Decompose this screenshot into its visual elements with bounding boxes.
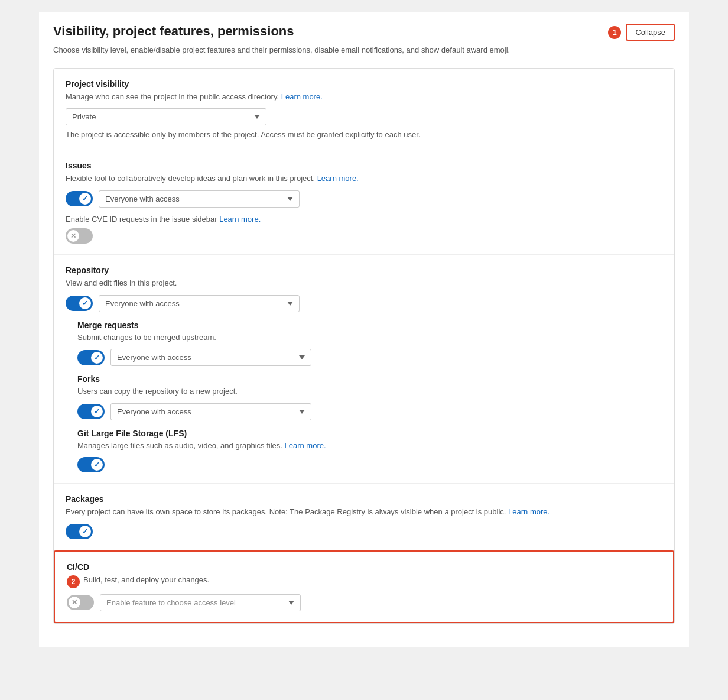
collapse-btn-wrapper: 1 Collapse [608, 24, 675, 41]
repository-dropdown[interactable]: Everyone with access [99, 295, 300, 312]
git-lfs-subsection: Git Large File Storage (LFS) Manages lar… [77, 429, 662, 473]
cve-toggle[interactable]: ✕ [66, 228, 93, 244]
merge-requests-toggle-thumb: ✓ [91, 352, 103, 364]
merge-requests-toggle-row: ✓ Everyone with access [77, 349, 662, 366]
repository-toggle-row: ✓ Everyone with access [66, 295, 662, 312]
cicd-toggle[interactable]: ✕ [67, 595, 94, 610]
git-lfs-toggle-track[interactable]: ✓ [77, 457, 105, 472]
git-lfs-description: Manages large files such as audio, video… [77, 440, 662, 452]
merge-requests-toggle[interactable]: ✓ [77, 350, 105, 365]
cicd-toggle-icon: ✕ [72, 598, 77, 607]
packages-section: Packages Every project can have its own … [54, 484, 674, 550]
merge-requests-dropdown[interactable]: Everyone with access [110, 349, 311, 366]
cve-toggle-track[interactable]: ✕ [66, 228, 93, 244]
settings-card: Project visibility Manage who can see th… [53, 68, 675, 624]
repository-title: Repository [66, 265, 662, 275]
forks-toggle-track[interactable]: ✓ [77, 404, 105, 419]
visibility-dropdown[interactable]: Private Internal Public [66, 108, 266, 125]
cicd-toggle-track[interactable]: ✕ [67, 595, 94, 610]
visibility-note: The project is accessible only by member… [66, 130, 662, 139]
badge-1: 1 [608, 26, 621, 39]
repository-toggle[interactable]: ✓ [66, 296, 93, 311]
packages-toggle[interactable]: ✓ [66, 524, 93, 539]
merge-requests-toggle-icon: ✓ [94, 354, 100, 362]
title-group: Visibility, project features, permission… [53, 24, 294, 39]
section-header: Visibility, project features, permission… [53, 24, 675, 41]
forks-description: Users can copy the repository to a new p… [77, 385, 662, 397]
project-visibility-title: Project visibility [66, 79, 662, 89]
forks-toggle[interactable]: ✓ [77, 404, 105, 419]
git-lfs-toggle-icon: ✓ [94, 461, 100, 469]
cve-toggle-icon: ✕ [70, 232, 76, 240]
cve-learn-more[interactable]: Learn more. [219, 215, 261, 223]
cve-row: Enable CVE ID requests in the issue side… [66, 213, 662, 225]
cve-toggle-thumb: ✕ [67, 230, 79, 242]
git-lfs-title: Git Large File Storage (LFS) [77, 429, 662, 438]
forks-subsection: Forks Users can copy the repository to a… [77, 374, 662, 420]
issues-dropdown[interactable]: Everyone with access [99, 190, 300, 208]
badge-2: 2 [67, 575, 80, 588]
cicd-badge-wrapper: 2 Build, test, and deploy your changes. [67, 574, 661, 588]
packages-toggle-thumb: ✓ [79, 526, 91, 537]
issues-learn-more[interactable]: Learn more. [317, 174, 359, 183]
repository-description: View and edit files in this project. [66, 277, 662, 289]
project-visibility-learn-more[interactable]: Learn more. [281, 92, 323, 101]
cve-toggle-row: ✕ [66, 228, 662, 244]
forks-dropdown[interactable]: Everyone with access [110, 403, 311, 420]
git-lfs-toggle-thumb: ✓ [91, 459, 103, 471]
cicd-toggle-thumb: ✕ [69, 597, 80, 608]
issues-toggle-row: ✓ Everyone with access [66, 190, 662, 208]
collapse-button[interactable]: Collapse [626, 24, 675, 41]
git-lfs-learn-more[interactable]: Learn more. [285, 441, 326, 450]
git-lfs-toggle-row: ✓ [77, 457, 662, 472]
cve-description: Enable CVE ID requests in the issue side… [66, 213, 261, 225]
forks-toggle-icon: ✓ [94, 407, 100, 416]
issues-section: Issues Flexible tool to collaboratively … [54, 150, 674, 255]
cicd-dropdown[interactable]: Enable feature to choose access level [100, 594, 301, 611]
packages-toggle-row: ✓ [66, 524, 662, 539]
packages-title: Packages [66, 494, 662, 504]
repository-toggle-track[interactable]: ✓ [66, 296, 93, 311]
merge-requests-title: Merge requests [77, 320, 662, 330]
project-visibility-description: Manage who can see the project in the pu… [66, 91, 662, 103]
repository-section: Repository View and edit files in this p… [54, 255, 674, 484]
cicd-description: Build, test, and deploy your changes. [83, 574, 209, 586]
merge-requests-toggle-track[interactable]: ✓ [77, 350, 105, 365]
forks-toggle-row: ✓ Everyone with access [77, 403, 662, 420]
packages-toggle-icon: ✓ [82, 527, 88, 536]
visibility-dropdown-row: Private Internal Public [66, 108, 662, 125]
project-visibility-section: Project visibility Manage who can see th… [54, 69, 674, 151]
cicd-section: CI/CD 2 Build, test, and deploy your cha… [54, 550, 674, 623]
issues-toggle-thumb: ✓ [79, 193, 91, 205]
forks-title: Forks [77, 374, 662, 384]
issues-title: Issues [66, 161, 662, 170]
issues-toggle[interactable]: ✓ [66, 191, 93, 206]
issues-description: Flexible tool to collaboratively develop… [66, 173, 662, 184]
issues-toggle-track[interactable]: ✓ [66, 191, 93, 206]
merge-requests-subsection: Merge requests Submit changes to be merg… [77, 320, 662, 367]
repository-toggle-icon: ✓ [82, 299, 88, 307]
repository-toggle-thumb: ✓ [79, 297, 91, 309]
packages-description: Every project can have its own space to … [66, 506, 662, 518]
merge-requests-description: Submit changes to be merged upstream. [77, 332, 662, 343]
page-title: Visibility, project features, permission… [53, 24, 294, 39]
git-lfs-toggle[interactable]: ✓ [77, 457, 105, 472]
packages-learn-more[interactable]: Learn more. [508, 507, 550, 516]
packages-toggle-track[interactable]: ✓ [66, 524, 93, 539]
forks-toggle-thumb: ✓ [91, 406, 103, 417]
section-description: Choose visibility level, enable/disable … [53, 44, 675, 56]
cicd-toggle-row: ✕ Enable feature to choose access level [67, 594, 661, 611]
page-container: Visibility, project features, permission… [39, 12, 689, 647]
cicd-title: CI/CD [67, 562, 661, 572]
issues-toggle-icon: ✓ [82, 195, 88, 203]
